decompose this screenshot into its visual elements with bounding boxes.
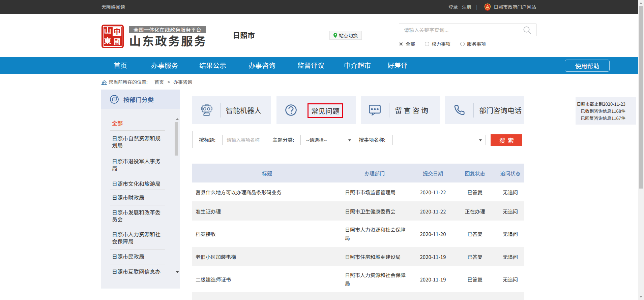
svg-text:東: 東 bbox=[104, 35, 111, 45]
svg-text:山: 山 bbox=[104, 25, 111, 35]
svg-text:國: 國 bbox=[114, 36, 121, 46]
svg-text:中: 中 bbox=[114, 26, 121, 36]
